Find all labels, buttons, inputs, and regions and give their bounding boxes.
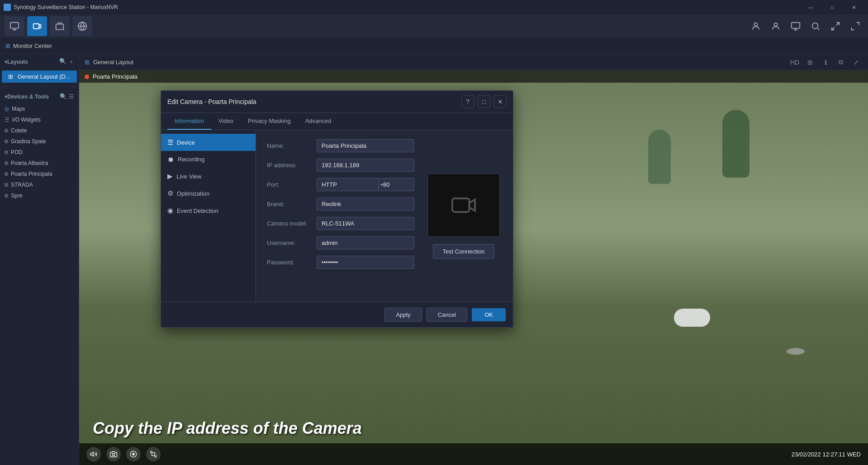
ip-input[interactable] [317, 159, 414, 172]
port-input[interactable] [378, 178, 414, 191]
camera-bottom-bar: 23/02/2022 12:27:11 WED [79, 443, 868, 465]
sidebar-io-widgets-item[interactable]: ☰ I/O Widgets [0, 114, 79, 125]
dialog-close-btn[interactable]: ✕ [494, 95, 507, 108]
model-row: Camera model: RLC-511WA RLC-410W RLC-810… [267, 217, 414, 230]
nav-optimization[interactable]: ⚙ Optimization [161, 185, 256, 202]
layout-fullscreen-btn[interactable]: ⤢ [850, 56, 863, 69]
nav-live-view[interactable]: ▶ Live View [161, 168, 256, 185]
tab-advanced[interactable]: Advanced [298, 113, 339, 130]
camera-timestamp: 23/02/2022 12:27:11 WED [792, 451, 861, 458]
layouts-section-header[interactable]: ▾ Layouts 🔍 ＋ [0, 54, 79, 70]
dialog-title-controls: ? □ ✕ [461, 95, 507, 108]
toolbar-export-btn[interactable] [50, 16, 70, 36]
layout-info-btn[interactable]: ℹ [819, 56, 832, 69]
nav-recording[interactable]: ⏺ Recording [161, 151, 256, 168]
sidebar-strada-item[interactable]: STRADA [0, 179, 79, 190]
tab-privacy-masking[interactable]: Privacy Masking [241, 113, 298, 130]
sidebar-divider-1 [0, 86, 79, 87]
sidebar-poarta-principala-item[interactable]: Poarta Principala [0, 169, 79, 179]
pod-status-dot [5, 150, 8, 154]
brand-select[interactable]: Reolink Hikvision Dahua Axis [317, 197, 414, 211]
dialog-restore-btn[interactable]: □ [478, 95, 490, 108]
toolbar-display-btn[interactable] [787, 18, 804, 34]
layout-tile-btn[interactable]: ⊞ [804, 56, 816, 69]
dialog-title-bar: Edit Camera - Poarta Principala ? □ ✕ [161, 91, 513, 113]
model-select[interactable]: RLC-511WA RLC-410W RLC-810A [317, 217, 414, 230]
nav-event-detection[interactable]: ◉ Event Detection [161, 202, 256, 219]
toolbar-expand-btn[interactable] [847, 18, 863, 34]
devices-search-icon[interactable]: 🔍 [60, 93, 67, 100]
cotete-status-dot [5, 129, 8, 132]
toolbar-right [748, 18, 863, 34]
sidebar-maps-item[interactable]: ◎ Maps [0, 103, 79, 114]
devices-filter-icon[interactable]: ☰ [69, 93, 74, 100]
test-connection-button[interactable]: Test Connection [433, 244, 494, 259]
close-button[interactable]: ✕ [844, 0, 864, 14]
username-label: Username: [267, 240, 317, 246]
window-title: Synology Surveillance Station - MariusNV… [14, 4, 118, 10]
instruction-text: Copy the IP address of the Camera [84, 419, 868, 438]
svg-rect-17 [452, 198, 470, 212]
cotete-label: Cotete [11, 127, 27, 134]
add-layout-icon[interactable]: ＋ [68, 58, 74, 66]
sidebar-cotete-item[interactable]: Cotete [0, 125, 79, 136]
window-controls[interactable]: — □ ✕ [800, 0, 864, 14]
port-row: Port: HTTP HTTPS RTSP [267, 178, 414, 191]
svg-rect-4 [792, 23, 800, 28]
toolbar-monitor-btn[interactable] [5, 16, 24, 36]
strada-status-dot [5, 183, 8, 187]
protocol-select[interactable]: HTTP HTTPS RTSP [317, 178, 387, 191]
live-view-nav-label: Live View [176, 173, 201, 180]
devices-section-header[interactable]: ▾ Devices & Tools 🔍 ☰ [0, 89, 79, 103]
ok-button[interactable]: OK [472, 308, 506, 321]
optimization-nav-icon: ⚙ [167, 189, 173, 197]
toolbar-fullscreen-btn[interactable] [827, 18, 844, 34]
crop-btn[interactable] [146, 447, 161, 461]
sidebar-gradina-spate-item[interactable]: Gradina Spate [0, 136, 79, 147]
username-input[interactable] [317, 236, 414, 249]
toolbar-search-btn[interactable] [807, 18, 824, 34]
audio-toggle-btn[interactable] [86, 447, 101, 461]
dialog-left-nav: ☰ Device ⏺ Recording ▶ Live View ⚙ Optim… [161, 130, 256, 302]
name-label: Name: [267, 142, 317, 149]
search-icon[interactable]: 🔍 [59, 58, 66, 66]
name-input[interactable] [317, 139, 414, 152]
dialog-help-btn[interactable]: ? [461, 95, 474, 108]
camera-controls [86, 447, 161, 461]
toolbar-avatar-btn[interactable] [748, 18, 764, 34]
layout-quality-btn[interactable]: HD [788, 56, 801, 69]
cancel-button[interactable]: Cancel [427, 308, 467, 322]
dialog-footer: Apply Cancel OK [161, 302, 513, 327]
layout-header: ⊞ General Layout HD ⊞ ℹ ⧉ ⤢ [79, 54, 868, 70]
toolbar-user-btn[interactable] [768, 18, 784, 34]
sidebar-pod-item[interactable]: POD [0, 147, 79, 158]
sidebar-poarta-albastra-item[interactable]: Poarta Albastra [0, 158, 79, 169]
monitor-center-label: Monitor Center [13, 42, 52, 49]
toolbar-network-btn[interactable] [72, 16, 92, 36]
model-label: Camera model: [267, 220, 317, 227]
tab-information[interactable]: Information [167, 113, 211, 130]
sidebar-general-layout[interactable]: ⊞ General Layout (D... [2, 70, 77, 83]
minimize-button[interactable]: — [800, 0, 821, 14]
optimization-nav-label: Optimization [177, 190, 209, 197]
devices-label: Devices & Tools [7, 94, 49, 100]
apply-button[interactable]: Apply [384, 308, 422, 322]
maximize-button[interactable]: □ [822, 0, 843, 14]
edit-camera-dialog: Edit Camera - Poarta Principala ? □ ✕ In… [161, 90, 513, 328]
sub-header: ⊞ Monitor Center [0, 38, 868, 54]
tab-video[interactable]: Video [211, 113, 241, 130]
sidebar-spre-item[interactable]: Spre [0, 190, 79, 201]
svg-line-7 [832, 27, 835, 30]
username-row: Username: [267, 236, 414, 249]
app-icon [4, 4, 11, 11]
ip-row: IP address: [267, 159, 414, 172]
device-nav-icon: ☰ [167, 138, 173, 146]
layout-window-btn[interactable]: ⧉ [835, 56, 847, 69]
live-view-nav-icon: ▶ [167, 172, 173, 180]
snapshot-btn[interactable] [106, 447, 121, 461]
password-row: Password: [267, 256, 414, 269]
toolbar-recording-btn[interactable] [27, 16, 47, 36]
nav-device[interactable]: ☰ Device [161, 134, 256, 151]
record-btn[interactable] [126, 447, 141, 461]
password-input[interactable] [317, 256, 414, 269]
